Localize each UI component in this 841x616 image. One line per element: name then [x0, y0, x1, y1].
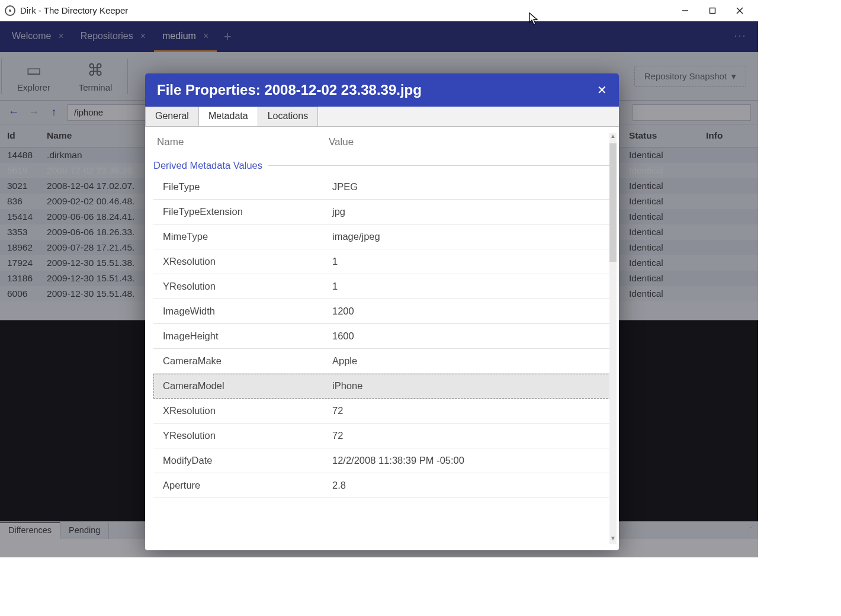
dialog-tab-general[interactable]: General	[145, 107, 199, 126]
cell-id: 836	[0, 194, 40, 209]
metadata-value: JPEG	[332, 181, 358, 192]
dialog-tab-locations[interactable]: Locations	[258, 107, 319, 126]
metadata-row[interactable]: ModifyDate12/2/2008 11:38:39 PM -05:00	[153, 448, 611, 473]
dialog-title: File Properties: 2008-12-02 23.38.39.jpg	[157, 82, 422, 98]
tab-label: Repositories	[81, 31, 133, 41]
metadata-row[interactable]: CameraMakeApple	[153, 349, 611, 374]
metadata-row[interactable]: ImageWidth1200	[153, 299, 611, 324]
metadata-row[interactable]: YResolution1	[153, 274, 611, 299]
cell-status: Identical	[622, 209, 699, 224]
cell-info	[699, 147, 758, 163]
tab-close-icon[interactable]: ×	[203, 31, 208, 41]
scroll-down-icon[interactable]: ▼	[609, 535, 617, 544]
tab-label: Welcome	[12, 31, 51, 41]
metadata-row[interactable]: Aperture2.8	[153, 473, 611, 498]
col-info[interactable]: Info	[699, 124, 758, 147]
window-close-button[interactable]	[726, 0, 753, 21]
chevron-down-icon: ▾	[731, 71, 736, 82]
metadata-name: XResolution	[163, 256, 332, 267]
metadata-value: 72	[332, 430, 343, 441]
scroll-thumb[interactable]	[609, 143, 617, 262]
metadata-value: 1	[332, 256, 338, 267]
metadata-value: 1600	[332, 331, 354, 342]
metadata-name: XResolution	[163, 405, 332, 416]
nav-up-button[interactable]: ↑	[47, 106, 60, 118]
search-input[interactable]	[633, 104, 751, 121]
dialog-header: File Properties: 2008-12-02 23.38.39.jpg…	[145, 73, 619, 107]
bottom-tab-differences[interactable]: Differences	[0, 522, 60, 539]
toolbar-label: Terminal	[79, 82, 113, 92]
scroll-up-icon[interactable]: ▲	[609, 133, 617, 142]
metadata-value: image/jpeg	[332, 231, 380, 242]
cell-status: Identical	[622, 147, 699, 163]
dialog-tabs: General Metadata Locations	[145, 107, 619, 127]
metadata-row[interactable]: CameraModeliPhone	[153, 374, 611, 399]
svg-rect-1	[710, 8, 715, 13]
metadata-name: FileTypeExtension	[163, 206, 332, 217]
cell-info	[699, 163, 758, 178]
metadata-header: Name Value	[153, 127, 611, 156]
cell-info	[699, 209, 758, 224]
tab-close-icon[interactable]: ×	[140, 31, 146, 41]
folder-icon: ▭	[26, 60, 41, 80]
cell-status: Identical	[622, 255, 699, 271]
metadata-row[interactable]: ImageHeight1600	[153, 324, 611, 349]
metadata-name: ImageWidth	[163, 306, 332, 317]
metadata-row[interactable]: YResolution72	[153, 424, 611, 448]
metadata-name: FileType	[163, 181, 332, 192]
tab-welcome[interactable]: Welcome ×	[4, 21, 72, 52]
metadata-row[interactable]: FileTypeJPEG	[153, 175, 611, 200]
tab-add-button[interactable]: +	[217, 29, 238, 44]
cell-id: 17924	[0, 255, 40, 271]
window-minimize-button[interactable]	[672, 0, 699, 21]
nav-forward-button[interactable]: →	[27, 106, 40, 118]
terminal-button[interactable]: ⌘ Terminal	[65, 52, 126, 101]
metadata-name: MimeType	[163, 231, 332, 242]
main-tabstrip: Welcome × Repositories × medium × + ⋮	[0, 21, 758, 52]
cell-id: 3353	[0, 224, 40, 240]
tab-label: medium	[162, 31, 196, 41]
metadata-col-name: Name	[157, 136, 329, 148]
cell-info	[699, 178, 758, 194]
metadata-name: ModifyDate	[163, 455, 332, 466]
cell-info	[699, 255, 758, 271]
nav-back-button[interactable]: ←	[7, 106, 20, 118]
window-title: Dirk - The Directory Keeper	[20, 5, 128, 15]
cell-id: 13186	[0, 271, 40, 286]
metadata-row[interactable]: XResolution1	[153, 249, 611, 274]
metadata-name: CameraMake	[163, 355, 332, 367]
resize-grip-icon[interactable]: ⋰	[744, 522, 758, 539]
cell-status: Identical	[622, 286, 699, 301]
tabstrip-menu-icon[interactable]: ⋮	[726, 30, 755, 43]
metadata-value: jpg	[332, 206, 345, 217]
tab-medium[interactable]: medium ×	[154, 21, 217, 52]
cell-id: 8619	[0, 163, 40, 178]
col-id[interactable]: Id	[0, 124, 40, 147]
metadata-row[interactable]: XResolution72	[153, 399, 611, 424]
metadata-row[interactable]: FileTypeExtensionjpg	[153, 200, 611, 224]
metadata-name: YResolution	[163, 281, 332, 292]
metadata-value: Apple	[332, 355, 357, 367]
cell-id: 14488	[0, 147, 40, 163]
tab-repositories[interactable]: Repositories ×	[72, 21, 154, 52]
metadata-value: 72	[332, 405, 343, 416]
cell-id: 6006	[0, 286, 40, 301]
dialog-scrollbar[interactable]: ▲ ▼	[609, 133, 617, 544]
divider	[268, 165, 611, 166]
col-status[interactable]: Status	[622, 124, 699, 147]
dialog-close-button[interactable]: ✕	[597, 83, 607, 97]
window-titlebar: Dirk - The Directory Keeper	[0, 0, 758, 21]
snapshot-dropdown[interactable]: Repository Snapshot ▾	[634, 66, 746, 87]
window-maximize-button[interactable]	[699, 0, 726, 21]
cell-status: Identical	[622, 240, 699, 255]
metadata-value: 1200	[332, 306, 354, 317]
explorer-button[interactable]: ▭ Explorer	[3, 52, 65, 101]
cell-info	[699, 240, 758, 255]
dialog-tab-metadata[interactable]: Metadata	[198, 107, 258, 126]
tab-close-icon[interactable]: ×	[58, 31, 63, 41]
metadata-value: 12/2/2008 11:38:39 PM -05:00	[332, 455, 464, 466]
metadata-col-value: Value	[329, 136, 354, 148]
cell-id: 18962	[0, 240, 40, 255]
bottom-tab-pending[interactable]: Pending	[60, 522, 109, 539]
metadata-row[interactable]: MimeTypeimage/jpeg	[153, 224, 611, 249]
